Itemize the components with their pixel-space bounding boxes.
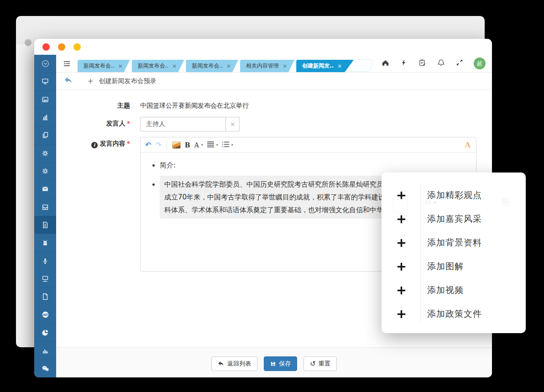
sidebar-item-settings-2[interactable] [34,162,56,180]
breadcrumb: + 创建新闻发布会预录 [56,73,492,90]
menu-item-label: 添加嘉宾风采 [427,213,482,225]
sidebar-item-collapse[interactable] [34,55,56,72]
column-chart-icon [41,346,49,355]
sidebar-item-ads[interactable]: AD [34,306,56,324]
sidebar-item-document[interactable] [34,287,56,305]
floppy-disk-icon [270,361,276,367]
file-text-icon [41,221,49,229]
menu-item-label: 添加精彩观点 [427,189,482,201]
menu-item-add-policy[interactable]: 添加政策文件 [382,302,526,326]
sidebar-item-news[interactable] [34,90,56,108]
sidebar-item-dashboard[interactable] [34,72,56,90]
topic-row: 主题 中国篮球公开赛新闻发布会在北京举行 [56,102,492,110]
plus-icon [397,309,406,319]
sidebar-item-analytics[interactable] [34,108,56,126]
speaker-label: 发言人* [56,117,140,128]
required-asterisk: * [127,120,130,127]
sidebar-item-reports[interactable] [34,324,56,341]
plus-icon [397,238,406,248]
lightning-icon [400,58,408,67]
editor-toolbar: ↶ ↷ B A ▾ ▾ ▾ A [141,137,476,153]
tab-related-content[interactable]: 相关内容管理 × [240,60,294,72]
menu-item-add-highlight[interactable]: 添加精彩观点 [382,183,526,207]
chevron-down-icon[interactable]: ▾ [201,143,203,147]
font-color-icon[interactable]: A [465,141,471,149]
redo-icon[interactable]: ↷ [155,141,161,149]
chevron-down-icon[interactable]: ▾ [216,143,218,147]
gear-icon [41,167,49,175]
menu-item-add-video[interactable]: 添加视频 [382,278,526,302]
tab-close-icon[interactable]: × [172,63,177,69]
reply-arrow-icon [218,361,225,366]
speaker-row: 发言人* × [56,117,492,131]
undo-icon[interactable]: ↶ [145,141,151,149]
tab-news-conference-2[interactable]: 新闻发布会.. × [132,60,184,72]
home-button[interactable] [381,58,390,69]
go-back-button[interactable] [64,77,74,85]
required-asterisk: * [127,140,130,147]
menu-item-add-guest[interactable]: 添加嘉宾风采 [382,207,526,231]
microphone-icon [41,257,49,265]
insert-image-icon[interactable] [172,141,181,149]
sidebar-item-press-release-active[interactable] [34,216,56,234]
list-button[interactable] [222,141,229,149]
sidebar-item-android[interactable] [34,234,56,251]
zoom-window-button[interactable] [73,43,81,51]
sidebar-item-copy[interactable] [34,126,56,144]
photo-icon [41,95,49,104]
sidebar-item-mail[interactable] [34,180,56,198]
quick-action-button[interactable] [400,58,408,68]
page-title: 创建新闻发布会预录 [99,77,157,85]
file-icon [41,293,49,301]
tab-close-icon[interactable]: × [226,63,231,69]
minimize-window-button[interactable] [58,43,65,51]
chevron-down-icon[interactable]: ▾ [231,143,233,147]
font-size-button[interactable]: A [194,141,199,149]
plus-icon [397,214,406,224]
speech-content-label: i发言内容* [56,137,140,148]
plus-icon: + [88,77,94,85]
menu-item-label: 添加视频 [427,284,464,296]
notifications-button[interactable] [437,58,445,69]
tab-ghost-placeholder [349,59,374,72]
sidebar-item-inbox[interactable] [34,198,56,216]
menu-item-add-background[interactable]: 添加背景资料 [382,231,526,255]
topic-label: 主题 [56,102,140,110]
tab-close-icon[interactable]: × [118,63,123,69]
envelope-icon [41,185,49,193]
clear-x-icon: × [230,120,235,128]
outdent-icon [63,59,71,68]
sidebar-item-settings-1[interactable] [34,144,56,162]
align-button[interactable] [207,141,214,149]
sidebar-item-audio[interactable] [34,252,56,270]
toggle-sidebar-button[interactable] [63,59,71,70]
tab-label: 新闻发布会.. [192,62,223,70]
reply-arrow-icon [64,77,73,84]
tab-news-conference-3[interactable]: 新闻发布会.. × [186,60,238,72]
bold-button[interactable]: B [185,141,190,149]
sidebar-item-wechat[interactable] [34,360,56,377]
tab-close-icon[interactable]: × [282,63,287,69]
menu-item-add-diagram[interactable]: 添加图解 [382,255,526,278]
tab-close-icon[interactable]: × [337,63,342,69]
reset-button[interactable]: ↺ 重置 [303,356,337,371]
terminal-station-icon [41,275,49,283]
back-to-list-button[interactable]: 返回列表 [211,356,257,371]
close-window-button[interactable] [42,43,50,51]
sidebar-item-statistics[interactable] [34,341,56,359]
speaker-input[interactable] [140,117,226,131]
sidebar-item-network[interactable] [34,270,56,287]
fullscreen-button[interactable] [455,58,464,68]
clear-input-button[interactable]: × [226,117,240,131]
align-justify-icon [207,141,214,147]
save-button[interactable]: 保存 [264,356,297,371]
tasks-button[interactable] [418,58,427,69]
tab-create-news-active[interactable]: 创建新闻发.. × [296,60,354,72]
plus-icon [397,191,406,200]
tab-news-conference-1[interactable]: 新闻发布会.. × [78,60,130,72]
popup-divider [420,183,421,323]
user-avatar[interactable]: 超 [474,57,486,69]
bell-icon [437,58,445,67]
plus-icon [397,262,406,272]
desktop-icon [41,77,49,85]
